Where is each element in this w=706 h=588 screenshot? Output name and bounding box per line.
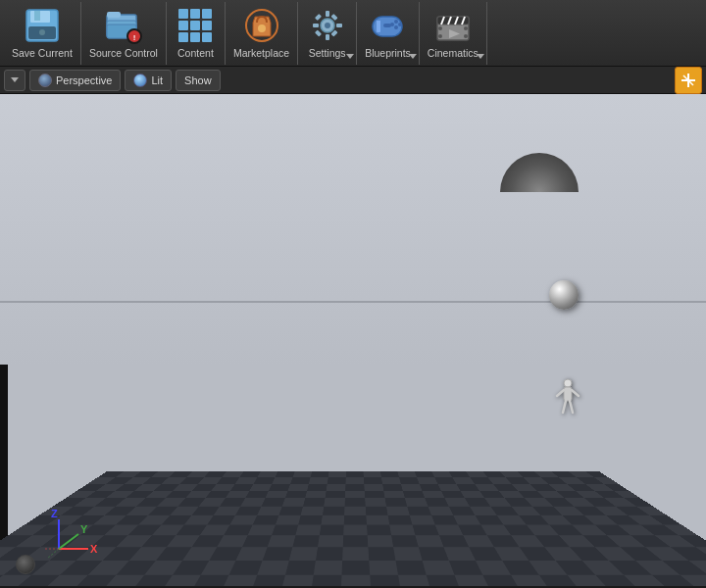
toolbar-item-content[interactable]: Content	[167, 2, 226, 65]
svg-rect-27	[336, 24, 342, 27]
settings-label: Settings	[309, 47, 346, 60]
svg-point-35	[394, 20, 398, 24]
perspective-btn[interactable]: Perspective	[29, 70, 121, 91]
toolbar-item-marketplace[interactable]: Marketplace	[226, 2, 298, 65]
svg-rect-2	[34, 11, 40, 21]
svg-rect-16	[202, 21, 212, 30]
settings-icon	[308, 6, 347, 45]
toolbar-item-blueprints[interactable]: Blueprints	[357, 2, 420, 65]
svg-rect-30	[315, 30, 322, 37]
svg-point-50	[464, 34, 468, 38]
svg-point-37	[394, 25, 398, 29]
svg-rect-6	[107, 12, 121, 18]
svg-rect-24	[326, 11, 329, 17]
save-current-icon	[23, 6, 62, 45]
svg-line-57	[572, 390, 579, 396]
svg-point-48	[438, 34, 442, 38]
svg-rect-28	[315, 14, 322, 21]
source-control-icon: !	[104, 6, 143, 45]
svg-line-58	[563, 401, 566, 413]
svg-rect-26	[313, 24, 319, 27]
lit-btn[interactable]: Lit	[125, 70, 172, 91]
svg-line-56	[557, 390, 564, 396]
source-control-label: Source Control	[89, 47, 158, 60]
svg-text:!: !	[133, 33, 136, 42]
blueprints-label: Blueprints	[365, 47, 411, 60]
viewport-sphere	[549, 280, 579, 310]
svg-rect-19	[202, 32, 212, 42]
svg-rect-14	[178, 21, 188, 30]
toolbar-item-source-control[interactable]: ! Source Control	[81, 2, 167, 65]
svg-text:Z: Z	[51, 510, 58, 519]
marketplace-icon	[242, 6, 281, 45]
viewport-dropdown-arrow	[11, 77, 19, 82]
svg-rect-12	[190, 9, 200, 19]
gizmo-btn[interactable]	[675, 67, 702, 94]
svg-point-4	[39, 29, 45, 35]
toolbar-item-settings[interactable]: Settings	[298, 2, 357, 65]
viewport-character	[554, 378, 581, 416]
cinematics-dropdown-arrow	[477, 54, 484, 59]
svg-rect-39	[383, 24, 391, 27]
svg-rect-11	[178, 9, 188, 19]
svg-rect-25	[326, 34, 329, 40]
show-label: Show	[184, 74, 212, 86]
perspective-icon	[38, 74, 52, 87]
svg-rect-18	[190, 32, 200, 42]
cinematics-label: Cinematics	[428, 47, 479, 60]
svg-line-64	[59, 534, 78, 549]
svg-point-54	[564, 379, 572, 387]
perspective-label: Perspective	[56, 74, 112, 86]
svg-point-49	[464, 26, 468, 30]
svg-text:Y: Y	[80, 523, 88, 535]
cinematics-icon	[433, 6, 473, 45]
toolbar-item-save-current[interactable]: Save Current	[4, 2, 81, 65]
svg-point-38	[398, 23, 402, 26]
gizmo-icon	[680, 72, 697, 89]
svg-rect-17	[178, 32, 188, 42]
content-icon	[176, 6, 215, 45]
lit-label: Lit	[151, 74, 163, 86]
svg-rect-34	[377, 21, 380, 28]
lit-icon	[133, 74, 147, 87]
viewport-dropdown-btn[interactable]	[4, 70, 25, 91]
3d-viewport[interactable]: Z X Y	[0, 94, 706, 586]
blueprints-icon	[368, 6, 407, 45]
svg-rect-55	[564, 387, 572, 401]
settings-dropdown-arrow	[346, 54, 354, 59]
svg-line-67	[47, 549, 59, 559]
marketplace-label: Marketplace	[233, 47, 289, 60]
viewport-axis-indicator: Z X Y	[39, 510, 108, 563]
svg-text:X: X	[90, 543, 98, 555]
show-btn[interactable]: Show	[176, 70, 221, 91]
svg-rect-13	[202, 9, 212, 19]
svg-line-59	[570, 401, 573, 413]
svg-rect-15	[190, 21, 200, 30]
svg-point-23	[325, 23, 330, 28]
svg-point-21	[258, 24, 266, 32]
viewport-toolbar: Perspective Lit Show	[0, 67, 706, 94]
viewport-bottom-icon	[16, 555, 35, 574]
svg-point-47	[438, 26, 442, 30]
content-label: Content	[177, 47, 214, 60]
blueprints-dropdown-arrow	[409, 54, 417, 59]
save-current-label: Save Current	[12, 47, 73, 60]
main-toolbar: Save Current ! Source Control	[0, 0, 706, 67]
toolbar-item-cinematics[interactable]: Cinematics	[420, 2, 487, 65]
